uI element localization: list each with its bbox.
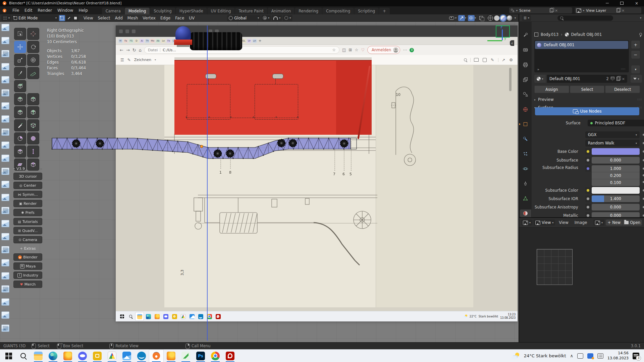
- properties-tab-constraints[interactable]: [521, 180, 531, 187]
- panel-button-symm-[interactable]: ⋈Symm...: [13, 191, 42, 198]
- browser-tab[interactable]: GL: [242, 39, 246, 43]
- viewport-menu-uv[interactable]: UV: [186, 16, 197, 20]
- desktop-icon[interactable]: [1, 324, 9, 332]
- base-color-swatch[interactable]: [592, 148, 640, 155]
- slot-expand-icon[interactable]: ▸: [538, 67, 539, 71]
- add-slot-button[interactable]: +: [631, 40, 640, 49]
- blender-menu-logo-icon[interactable]: [3, 9, 6, 12]
- viewport-menu-edge[interactable]: Edge: [158, 16, 173, 20]
- taskbar-app-acrobat[interactable]: [223, 350, 237, 362]
- anisotropy-slider[interactable]: 0.000: [592, 204, 640, 210]
- collections-icon[interactable]: ⊞: [348, 48, 352, 52]
- properties-tab-object-data[interactable]: [521, 194, 531, 202]
- tool-poly-build[interactable]: [27, 119, 39, 131]
- overlays-toggle[interactable]: [468, 15, 475, 21]
- desktop-icon[interactable]: [1, 37, 9, 44]
- tab-texture-paint[interactable]: Texture Paint: [235, 8, 267, 14]
- remove-slot-button[interactable]: −: [631, 50, 640, 59]
- menu-window[interactable]: Window: [55, 7, 76, 13]
- draw-label[interactable]: Zeichnen: [134, 58, 151, 62]
- desktop-icon[interactable]: [1, 207, 9, 214]
- viewport-menu-select[interactable]: Select: [96, 16, 113, 20]
- image-editor-type-button[interactable]: ▾: [521, 220, 532, 226]
- view-layer-selector[interactable]: ▾ View Layer ×: [575, 7, 641, 13]
- solid-shading-button[interactable]: [494, 15, 499, 21]
- desktop-icon[interactable]: [1, 89, 9, 97]
- favorites-icon[interactable]: ☆: [355, 48, 358, 52]
- tire-model[interactable]: [190, 32, 242, 50]
- desktop-icon[interactable]: [1, 168, 9, 175]
- radius-x-slider[interactable]: 1.000: [592, 165, 640, 172]
- panel-button-quadv-[interactable]: ⊞QuadV...: [13, 227, 42, 234]
- material-browse-button[interactable]: ▾: [534, 75, 546, 83]
- panel-button-center[interactable]: ◎Center: [13, 182, 42, 189]
- taskbar-temp[interactable]: 24°C: [524, 353, 535, 358]
- mode-dropdown[interactable]: Edit Mode ▾: [12, 15, 58, 21]
- tab-scripting[interactable]: Scripting: [354, 8, 379, 14]
- viewport-menu-view[interactable]: View: [81, 16, 95, 20]
- panel-button-camera[interactable]: ⊙Camera: [13, 236, 42, 243]
- save-icon[interactable]: [483, 58, 487, 62]
- tab-animation[interactable]: Animation: [268, 8, 295, 14]
- tool-transform[interactable]: [27, 54, 39, 66]
- rendered-shading-button[interactable]: [507, 15, 512, 21]
- fake-user-icon[interactable]: [611, 77, 614, 81]
- properties-tab-world[interactable]: [521, 106, 531, 113]
- taskbar-app-giants-editor[interactable]: [60, 350, 75, 362]
- forward-icon[interactable]: →: [126, 48, 130, 53]
- properties-tab-physics[interactable]: [521, 165, 531, 173]
- desktop-icon[interactable]: [1, 128, 9, 136]
- proportional-edit-dropdown[interactable]: ▾: [283, 15, 292, 21]
- subsurface-color-socket[interactable]: [585, 187, 591, 194]
- desktop-icon[interactable]: [1, 115, 9, 123]
- desktop-icon[interactable]: [1, 246, 9, 253]
- tray-expand-icon[interactable]: ∧: [570, 353, 574, 358]
- tool-bevel[interactable]: [14, 106, 26, 118]
- tray-icon-1[interactable]: [577, 353, 583, 359]
- close-button[interactable]: ×: [629, 0, 644, 6]
- properties-tab-render[interactable]: [521, 46, 531, 54]
- panel-button-render[interactable]: ▣Render: [13, 200, 42, 207]
- more-menu-icon[interactable]: ⋯: [403, 48, 407, 52]
- desktop-icon[interactable]: [1, 76, 9, 83]
- desktop-icon[interactable]: [1, 298, 9, 306]
- properties-tab-output[interactable]: [521, 61, 531, 69]
- copy-material-icon[interactable]: [616, 77, 620, 81]
- taskbar-app-openoffice[interactable]: [134, 350, 149, 362]
- metallic-socket[interactable]: [585, 212, 591, 217]
- tray-icon-2[interactable]: [587, 353, 593, 359]
- tool-select-box[interactable]: [14, 28, 26, 40]
- tool-extrude-region[interactable]: [14, 93, 26, 105]
- xray-toggle[interactable]: [478, 15, 485, 21]
- taskbar-app-photoshop[interactable]: Ps: [193, 350, 208, 362]
- tool-scale[interactable]: [14, 54, 26, 66]
- orientation-dropdown[interactable]: Global ▾: [227, 15, 261, 21]
- taskbar-app-explorer[interactable]: [31, 350, 46, 362]
- view-layer-copy-icon[interactable]: [616, 8, 620, 12]
- properties-tab-modifiers[interactable]: [521, 135, 531, 143]
- taskbar-app-ls22[interactable]: [90, 350, 105, 362]
- viewport-menu-face[interactable]: Face: [173, 16, 186, 20]
- desktop-icon[interactable]: [1, 311, 9, 319]
- open-image-button[interactable]: Open: [623, 220, 642, 226]
- image-browse-button[interactable]: ▾: [593, 220, 604, 226]
- draw-pen-icon[interactable]: ✎: [127, 58, 131, 62]
- select-button[interactable]: Select: [570, 85, 605, 93]
- taskbar-clock[interactable]: 14:56 13.08.2023: [607, 351, 629, 361]
- material-name-field[interactable]: Default OBJ.001 2 ×: [547, 75, 627, 83]
- browser-tab[interactable]: Fe: [167, 39, 171, 43]
- desktop-icon[interactable]: [1, 259, 9, 266]
- desktop-icon[interactable]: [1, 155, 9, 162]
- minimize-button[interactable]: [600, 0, 614, 6]
- gizmo-toggle[interactable]: [458, 15, 465, 21]
- tab-sculpting[interactable]: Sculpting: [150, 8, 175, 14]
- editor-type-button[interactable]: ▾: [1, 15, 11, 21]
- ior-socket[interactable]: [585, 195, 591, 202]
- visibility-dropdown[interactable]: [448, 15, 455, 21]
- tab-modeling[interactable]: Modeling: [125, 8, 150, 14]
- scene-selector[interactable]: ▾ Scene ×: [509, 7, 572, 13]
- properties-tab-view-layer[interactable]: [521, 76, 531, 83]
- weather-icon[interactable]: [511, 353, 520, 359]
- home-icon[interactable]: ⌂: [139, 48, 142, 53]
- desktop-icon[interactable]: [1, 141, 9, 149]
